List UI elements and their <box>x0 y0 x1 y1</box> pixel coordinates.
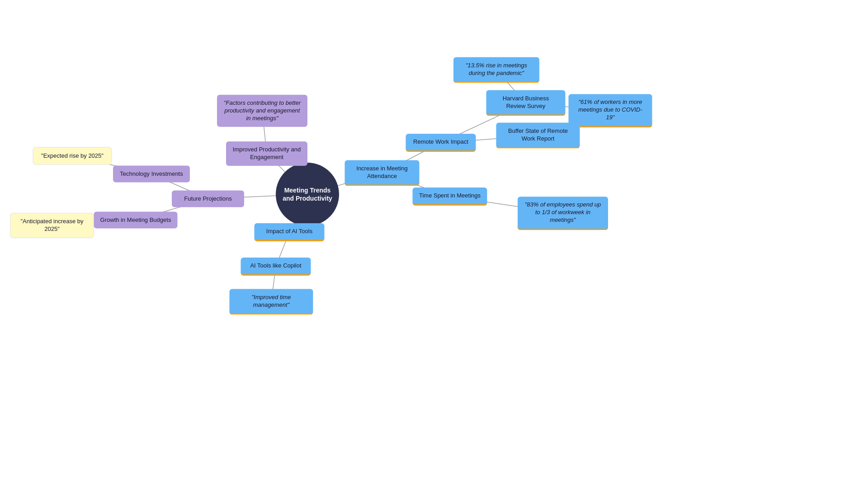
productivity-quote-node[interactable]: "Factors contributing to better producti… <box>217 95 307 127</box>
center-node[interactable]: Meeting Trends and Productivity <box>276 163 339 226</box>
remote-work-impact-node[interactable]: Remote Work Impact <box>406 134 476 152</box>
technology-investments-node[interactable]: Technology Investments <box>113 166 190 183</box>
harvard-survey-node[interactable]: Harvard Business Review Survey <box>486 90 566 116</box>
improved-productivity-node[interactable]: Improved Productivity and Engagement <box>226 141 307 166</box>
future-projections-node[interactable]: Future Projections <box>172 191 244 207</box>
pandemic-quote-node[interactable]: "13.5% rise in meetings during the pande… <box>453 57 539 83</box>
buffer-report-node[interactable]: Buffer State of Remote Work Report <box>496 123 580 149</box>
increase-attendance-node[interactable]: Increase in Meeting Attendance <box>345 160 420 186</box>
growth-budgets-node[interactable]: Growth in Meeting Budgets <box>94 212 178 229</box>
impact-ai-node[interactable]: Impact of AI Tools <box>255 223 325 241</box>
budget-quote-node[interactable]: "Anticipated increase by 2025" <box>10 213 94 238</box>
workweek-quote-node[interactable]: "83% of employees spend up to 1/3 of wor… <box>518 197 608 230</box>
connections-svg <box>0 0 868 488</box>
mindmap-canvas: Meeting Trends and ProductivityImproved … <box>0 0 868 488</box>
tech-quote-node[interactable]: "Expected rise by 2025" <box>33 147 112 165</box>
ai-quote-node[interactable]: "Improved time management" <box>230 289 313 315</box>
time-spent-node[interactable]: Time Spent in Meetings <box>413 188 487 206</box>
ai-tools-copilot-node[interactable]: AI Tools like Copilot <box>241 258 311 276</box>
covid-quote-node[interactable]: "61% of workers in more meetings due to … <box>569 94 652 127</box>
